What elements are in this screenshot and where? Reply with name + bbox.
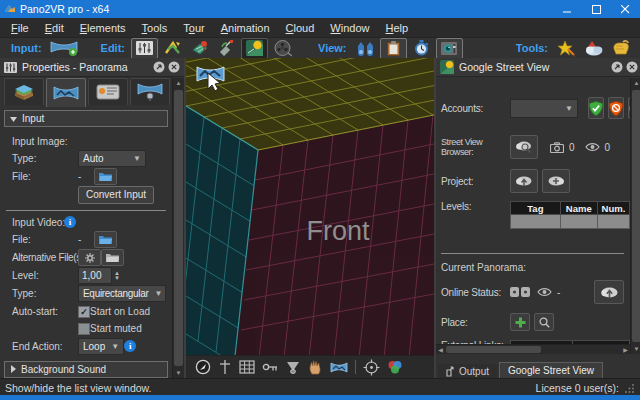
binoculars-icon[interactable]: [353, 39, 378, 58]
convert-input-button[interactable]: Convert Input: [78, 186, 154, 204]
end-action-dropdown[interactable]: Loop▼: [78, 338, 124, 355]
maximize-button[interactable]: [582, 0, 611, 18]
gsv-scrollbar[interactable]: ▲ ▼: [630, 78, 640, 354]
gsv-horizontal-scrollbar[interactable]: ◀ ▶: [436, 344, 630, 354]
account-logout-button[interactable]: [608, 97, 624, 119]
input-image-row: Input Image:: [0, 133, 172, 149]
menu-tour[interactable]: Tour: [175, 22, 212, 34]
close-panel-icon[interactable]: [168, 61, 180, 73]
project-add-button[interactable]: [542, 169, 570, 193]
gsv-panel-header: Google Street View: [436, 58, 640, 77]
key-icon[interactable]: [262, 361, 278, 373]
projection-dropdown[interactable]: Equirectangular▼: [78, 285, 166, 302]
open-file-button[interactable]: [94, 168, 117, 185]
scroll-down-icon[interactable]: ▼: [173, 368, 184, 378]
level-spinner[interactable]: 1,00: [78, 267, 112, 284]
input-image-label: Input Image:: [12, 136, 68, 147]
tab-output[interactable]: Output: [438, 364, 497, 378]
levels-empty-row[interactable]: [511, 215, 630, 229]
patch-icon[interactable]: [214, 39, 239, 58]
grid-icon[interactable]: [239, 360, 255, 374]
panorama-viewer[interactable]: Front: [186, 58, 434, 378]
online-status-row: Online Status: -: [436, 280, 630, 304]
project-upload-button[interactable]: [510, 169, 538, 193]
video-file-label: File:: [12, 234, 78, 245]
target-icon[interactable]: [363, 359, 380, 376]
levels-table[interactable]: Tag Name Num.: [510, 201, 630, 229]
type-dropdown[interactable]: Auto▼: [78, 150, 146, 167]
levels-row: Levels: Tag Name Num.: [436, 201, 630, 229]
add-place-button[interactable]: [510, 313, 530, 331]
start-on-load-checkbox[interactable]: ✓: [78, 306, 90, 318]
google-street-view-icon[interactable]: [241, 38, 268, 59]
accounts-dropdown[interactable]: ▼: [510, 99, 578, 118]
menu-window[interactable]: Window: [322, 22, 377, 34]
open-video-file-button[interactable]: [94, 231, 117, 248]
status-hint: Show/hide the list view window.: [5, 382, 152, 394]
menu-cloud[interactable]: Cloud: [278, 22, 323, 34]
magic-wand-icon[interactable]: [554, 39, 579, 58]
upload-panorama-button[interactable]: [594, 280, 624, 304]
level-row: Level: 1,00 ▲▼: [0, 267, 172, 284]
close-button[interactable]: [611, 0, 640, 18]
node-stand-icon[interactable]: [218, 359, 232, 375]
properties-panel: Properties - Panorama: [0, 58, 186, 378]
hand-gold-icon[interactable]: [608, 39, 633, 58]
stopwatch-icon[interactable]: [409, 39, 434, 58]
levels-col-tag[interactable]: Tag: [511, 202, 561, 215]
file-value: -: [78, 171, 94, 182]
float-panel-icon[interactable]: [611, 61, 623, 73]
projection-cone-icon[interactable]: [285, 360, 301, 375]
film-reel-icon[interactable]: [270, 39, 295, 58]
cloud-gnome-icon[interactable]: [581, 39, 606, 58]
properties-icon[interactable]: [131, 38, 158, 59]
camera-count: 0: [569, 142, 575, 153]
chevron-down-icon: ▼: [111, 342, 119, 351]
float-panel-icon[interactable]: [153, 61, 165, 73]
minimize-button[interactable]: [553, 0, 582, 18]
eye-properties-icon[interactable]: [436, 38, 463, 59]
cloud-upload-icon: [515, 174, 533, 188]
scroll-down-icon[interactable]: ▼: [631, 344, 640, 354]
map-pin-icon[interactable]: [187, 39, 212, 58]
add-panorama-icon[interactable]: [48, 39, 80, 58]
info-icon[interactable]: i: [124, 340, 136, 352]
background-sound-section-header[interactable]: Background Sound: [4, 361, 168, 378]
tab-panorama-marker[interactable]: [130, 78, 170, 105]
tour-map-icon[interactable]: [160, 39, 185, 58]
panorama-view-icon[interactable]: [330, 361, 348, 374]
svb-browse-button[interactable]: [510, 135, 538, 159]
tab-google-street-view[interactable]: Google Street View: [499, 362, 603, 378]
hand-pan-icon[interactable]: [308, 359, 323, 375]
alt-files-open-button[interactable]: [101, 249, 124, 266]
type-label: Type:: [12, 153, 78, 164]
tab-information[interactable]: [88, 78, 128, 105]
account-login-button[interactable]: [588, 97, 604, 119]
menu-file[interactable]: File: [3, 22, 37, 34]
resize-grip-icon[interactable]: [625, 383, 635, 393]
menu-animation[interactable]: Animation: [213, 22, 278, 34]
menu-edit[interactable]: Edit: [37, 22, 72, 34]
spinner-arrows-icon[interactable]: ▲▼: [114, 271, 120, 281]
tab-user-data[interactable]: [4, 78, 44, 105]
scroll-left-icon[interactable]: ◀: [436, 345, 445, 354]
menu-help[interactable]: Help: [378, 22, 417, 34]
scroll-up-icon[interactable]: ▲: [173, 78, 184, 88]
menu-elements[interactable]: Elements: [72, 22, 134, 34]
start-muted-checkbox[interactable]: [78, 323, 90, 335]
scroll-right-icon[interactable]: ▶: [621, 345, 630, 354]
tab-panorama[interactable]: [46, 78, 86, 107]
input-section-header[interactable]: Input: [4, 110, 168, 127]
search-place-button[interactable]: [534, 313, 554, 331]
menu-tools[interactable]: Tools: [134, 22, 176, 34]
alt-files-settings-button[interactable]: [78, 249, 101, 266]
color-channels-icon[interactable]: [387, 360, 403, 375]
compass-icon[interactable]: [195, 359, 211, 375]
properties-scrollbar[interactable]: ▲ ▼: [172, 78, 184, 378]
levels-col-name[interactable]: Name: [560, 202, 597, 215]
close-panel-icon[interactable]: [626, 61, 638, 73]
scroll-up-icon[interactable]: ▲: [631, 78, 640, 88]
levels-col-num[interactable]: Num.: [597, 202, 629, 215]
menubar: File Edit Elements Tools Tour Animation …: [0, 18, 640, 38]
clipboard-icon[interactable]: [380, 38, 407, 59]
